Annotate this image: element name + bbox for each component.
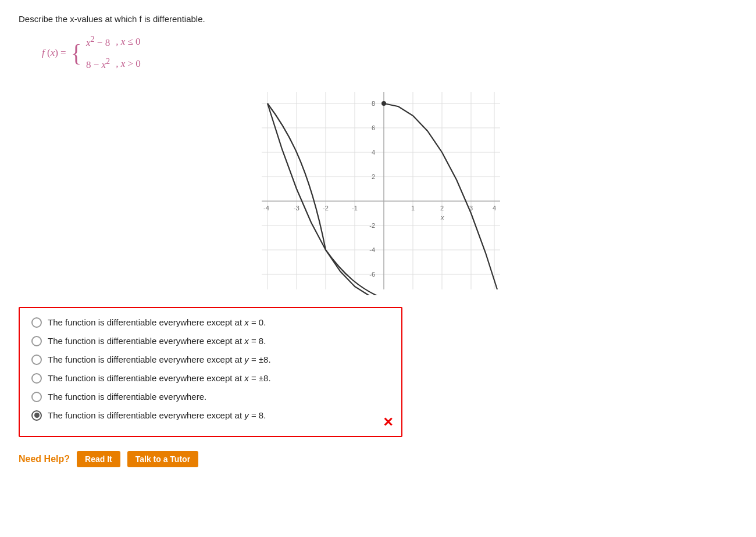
- option-5-text: The function is differentiable everywher…: [48, 392, 206, 402]
- question-description: Describe the x-values at which f is diff…: [19, 14, 737, 24]
- function-graph: -4 -3 -2 -1 1 2 3 4 x 8 6 4 2 -2 -4 -6: [256, 86, 500, 295]
- svg-text:4: 4: [372, 149, 375, 156]
- radio-5[interactable]: [31, 392, 42, 402]
- svg-text:1: 1: [411, 205, 415, 212]
- svg-text:8: 8: [372, 100, 375, 107]
- svg-text:x: x: [440, 214, 444, 221]
- option-6-text: The function is differentiable everywher…: [48, 410, 266, 420]
- svg-text:-2: -2: [323, 205, 329, 212]
- piece1-cond: , x ≤ 0: [116, 33, 140, 51]
- svg-text:-6: -6: [369, 271, 375, 278]
- option-2[interactable]: The function is differentiable everywher…: [31, 336, 390, 346]
- graph-container: -4 -3 -2 -1 1 2 3 4 x 8 6 4 2 -2 -4 -6: [19, 86, 737, 295]
- svg-text:-4: -4: [263, 205, 269, 212]
- option-4[interactable]: The function is differentiable everywher…: [31, 373, 390, 384]
- radio-4[interactable]: [31, 373, 42, 384]
- option-2-text: The function is differentiable everywher…: [48, 336, 266, 346]
- help-row: Need Help? Read It Talk to a Tutor: [19, 451, 737, 467]
- svg-text:-1: -1: [352, 205, 358, 212]
- option-5[interactable]: The function is differentiable everywher…: [31, 392, 390, 402]
- svg-text:2: 2: [440, 205, 444, 212]
- option-3-text: The function is differentiable everywher…: [48, 355, 271, 364]
- svg-text:-4: -4: [369, 246, 375, 253]
- piece2-expr: 8 − x2: [86, 54, 110, 74]
- svg-text:4: 4: [493, 205, 496, 212]
- radio-1[interactable]: [31, 317, 42, 328]
- svg-text:6: 6: [372, 124, 375, 131]
- need-help-label: Need Help?: [19, 454, 70, 464]
- read-it-button[interactable]: Read It: [77, 451, 120, 467]
- wrong-indicator: ✕: [383, 415, 393, 430]
- option-1-text: The function is differentiable everywher…: [48, 317, 266, 327]
- option-1[interactable]: The function is differentiable everywher…: [31, 317, 390, 328]
- piecewise-definition: x2 − 8 , x ≤ 0 8 − x2 , x > 0: [86, 32, 141, 74]
- svg-rect-0: [256, 86, 500, 295]
- svg-text:-2: -2: [369, 222, 375, 229]
- brace-icon: {: [71, 41, 81, 65]
- piece2-cond: , x > 0: [116, 55, 141, 73]
- svg-text:-3: -3: [294, 205, 299, 212]
- piece1-expr: x2 − 8: [86, 32, 110, 52]
- option-4-text: The function is differentiable everywher…: [48, 373, 271, 383]
- radio-2[interactable]: [31, 336, 42, 346]
- radio-3[interactable]: [31, 355, 42, 365]
- formula-block: f (x) = { x2 − 8 , x ≤ 0 8 − x2 , x > 0: [42, 32, 737, 74]
- formula-label: f (x) =: [42, 44, 66, 62]
- option-6[interactable]: The function is differentiable everywher…: [31, 410, 390, 421]
- svg-text:2: 2: [372, 173, 375, 180]
- radio-6[interactable]: [31, 410, 42, 421]
- talk-to-tutor-button[interactable]: Talk to a Tutor: [127, 451, 198, 467]
- option-3[interactable]: The function is differentiable everywher…: [31, 355, 390, 365]
- answer-options-box: The function is differentiable everywher…: [19, 307, 402, 437]
